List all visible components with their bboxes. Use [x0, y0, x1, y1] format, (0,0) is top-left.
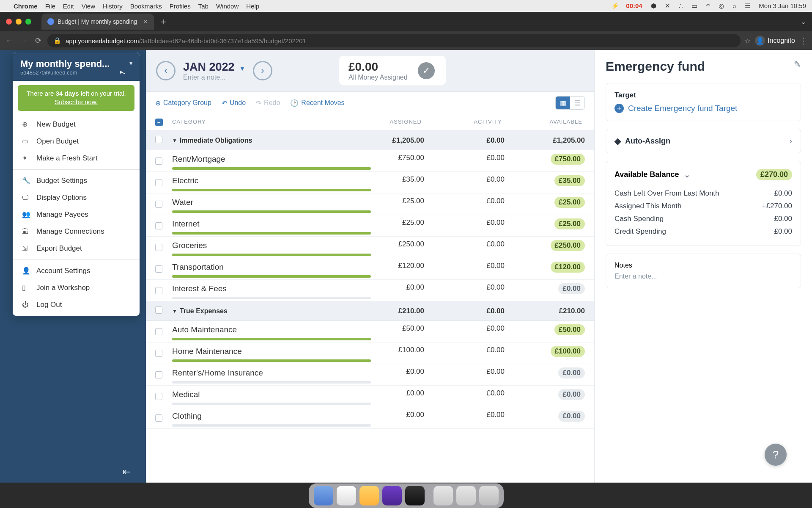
category-assigned[interactable]: £25.00: [344, 218, 424, 229]
status-icon[interactable]: ✕: [665, 2, 670, 9]
dock-folder[interactable]: [433, 486, 453, 505]
next-month-button[interactable]: ›: [253, 61, 272, 80]
budget-menu-header[interactable]: ✲ My monthly spend... 5d485270@uifeed.co…: [13, 52, 140, 81]
category-row[interactable]: Transportation £120.00£0.00£120.00: [146, 258, 594, 280]
control-center-icon[interactable]: ☰: [745, 2, 750, 9]
category-row[interactable]: Interest & Fees £0.00£0.00£0.00: [146, 280, 594, 301]
menu-view[interactable]: View: [82, 3, 95, 10]
menu-tab[interactable]: Tab: [198, 3, 208, 10]
close-tab-icon[interactable]: ✕: [143, 18, 148, 25]
dock-app-terminal[interactable]: [405, 486, 425, 505]
menu-join-workshop[interactable]: ▯Join a Workshop: [13, 279, 140, 296]
menu-manage-payees[interactable]: 👥Manage Payees: [13, 206, 140, 223]
undo-button[interactable]: ↶Undo: [222, 99, 246, 107]
to-be-assigned-card[interactable]: £0.00 All Money Assigned ✓: [339, 56, 446, 86]
dock-app-notes[interactable]: [359, 486, 379, 505]
menu-account-settings[interactable]: 👤Account Settings: [13, 262, 140, 279]
add-category-group-button[interactable]: ⊕Category Group: [155, 99, 211, 107]
menu-edit[interactable]: Edit: [63, 3, 74, 10]
menu-display-options[interactable]: 🖵Display Options: [13, 189, 140, 206]
category-checkbox[interactable]: [155, 350, 162, 357]
category-assigned[interactable]: £120.00: [344, 262, 424, 273]
subscribe-link[interactable]: Subscribe now.: [55, 98, 98, 105]
menu-file[interactable]: File: [45, 3, 55, 10]
menu-window[interactable]: Window: [216, 3, 239, 10]
redo-button[interactable]: ↷Redo: [256, 99, 280, 107]
prev-month-button[interactable]: ‹: [156, 61, 176, 80]
browser-menu-icon[interactable]: ⋮: [799, 36, 808, 46]
category-available[interactable]: £250.00: [505, 240, 585, 251]
col-activity[interactable]: ACTIVITY: [424, 119, 505, 126]
category-row[interactable]: Auto Maintenance £50.00£0.00£50.00: [146, 321, 594, 342]
col-available[interactable]: AVAILABLE: [505, 119, 585, 126]
menu-help[interactable]: Help: [246, 3, 259, 10]
close-window-button[interactable]: [6, 19, 12, 25]
incognito-badge[interactable]: 👤 Incognito: [755, 36, 795, 46]
category-available[interactable]: £100.00: [505, 346, 585, 357]
category-row[interactable]: Renter's/Home Insurance £0.00£0.00£0.00: [146, 364, 594, 386]
menu-fresh-start[interactable]: ✦Make a Fresh Start: [13, 150, 140, 167]
category-checkbox[interactable]: [155, 244, 162, 251]
category-checkbox[interactable]: [155, 393, 162, 400]
month-note-input[interactable]: Enter a note...: [183, 74, 245, 81]
col-category[interactable]: CATEGORY: [172, 119, 344, 126]
new-tab-button[interactable]: ＋: [159, 15, 168, 28]
category-checkbox[interactable]: [155, 328, 162, 335]
category-assigned[interactable]: £50.00: [344, 324, 424, 335]
sidebar-collapse-icon[interactable]: ⇤: [123, 467, 130, 478]
select-all-checkbox[interactable]: −: [155, 119, 163, 126]
menu-manage-connections[interactable]: 🏛Manage Connections: [13, 223, 140, 240]
clock[interactable]: Mon 3 Jan 10:59: [759, 2, 806, 9]
dock-app-music[interactable]: [382, 486, 402, 505]
category-assigned[interactable]: £0.00: [344, 389, 424, 400]
category-assigned[interactable]: £250.00: [344, 240, 424, 251]
browser-tab[interactable]: Budget | My monthly spending ✕: [41, 14, 154, 30]
category-assigned[interactable]: £100.00: [344, 346, 424, 357]
create-target-button[interactable]: + Create Emergency fund Target: [614, 104, 792, 113]
focus-icon[interactable]: ◎: [719, 2, 724, 9]
app-name[interactable]: Chrome: [14, 3, 38, 10]
bookmark-star-icon[interactable]: ☆: [745, 37, 751, 45]
view-compact-button[interactable]: ▦: [556, 97, 570, 109]
url-input[interactable]: 🔒 app.youneedabudget.com/3a8bbdae-d62a-4…: [47, 34, 741, 47]
category-row[interactable]: Medical £0.00£0.00£0.00: [146, 386, 594, 407]
category-available[interactable]: £35.00: [505, 175, 585, 186]
edit-icon[interactable]: ✎: [794, 59, 801, 69]
dropbox-icon[interactable]: ⬢: [651, 2, 656, 9]
menu-bookmarks[interactable]: Bookmarks: [130, 3, 162, 10]
category-assigned[interactable]: £25.00: [344, 197, 424, 208]
category-row[interactable]: Home Maintenance £100.00£0.00£100.00: [146, 342, 594, 364]
forward-button[interactable]: →: [19, 36, 29, 45]
category-row[interactable]: Water £25.00£0.00£25.00: [146, 193, 594, 215]
menu-new-budget[interactable]: ⊕New Budget: [13, 116, 140, 133]
help-fab-button[interactable]: ?: [765, 444, 787, 466]
category-row[interactable]: Electric £35.00£0.00£35.00: [146, 172, 594, 193]
menu-history[interactable]: History: [103, 3, 123, 10]
notes-input[interactable]: Enter a note...: [614, 273, 792, 280]
category-row[interactable]: Clothing £0.00£0.00£0.00: [146, 407, 594, 429]
category-assigned[interactable]: £750.00: [344, 154, 424, 165]
category-available[interactable]: £25.00: [505, 218, 585, 229]
category-available[interactable]: £750.00: [505, 154, 585, 165]
menu-log-out[interactable]: ⏻Log Out: [13, 296, 140, 313]
category-available[interactable]: £0.00: [505, 367, 585, 378]
category-checkbox[interactable]: [155, 371, 162, 378]
category-assigned[interactable]: £0.00: [344, 411, 424, 422]
category-row[interactable]: Internet £25.00£0.00£25.00: [146, 215, 594, 237]
category-available[interactable]: £120.00: [505, 262, 585, 273]
dock-app-finder[interactable]: [314, 486, 333, 505]
category-checkbox[interactable]: [155, 179, 162, 186]
category-assigned[interactable]: £0.00: [344, 367, 424, 378]
category-group-row[interactable]: ▼ Immediate Obligations £1,205.00£0.00£1…: [146, 131, 594, 150]
col-assigned[interactable]: ASSIGNED: [344, 119, 424, 126]
reload-button[interactable]: ⟳: [33, 36, 43, 45]
group-checkbox[interactable]: [155, 136, 162, 143]
spotlight-icon[interactable]: ⌕: [732, 2, 736, 9]
category-checkbox[interactable]: [155, 414, 162, 422]
category-available[interactable]: £0.00: [505, 283, 585, 294]
tab-list-dropdown-icon[interactable]: ⌄: [801, 18, 806, 26]
category-available[interactable]: £25.00: [505, 197, 585, 208]
menu-profiles[interactable]: Profiles: [170, 3, 191, 10]
recent-moves-button[interactable]: 🕑Recent Moves: [290, 99, 344, 107]
dock-folder[interactable]: [456, 486, 476, 505]
